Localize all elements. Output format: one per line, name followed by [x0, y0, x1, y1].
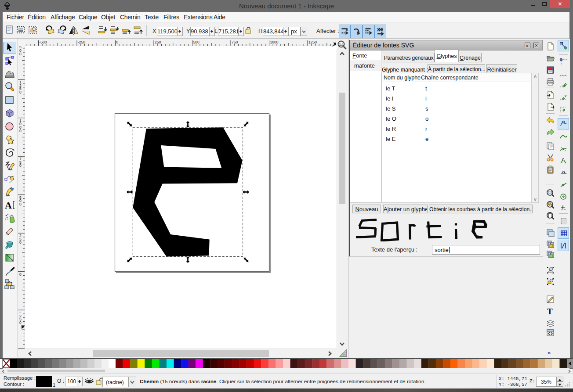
svg-text:0: 0 — [19, 52, 22, 56]
svg-text:0: 0 — [19, 90, 22, 94]
svg-text:-250: -250 — [78, 40, 85, 44]
svg-text:0: 0 — [116, 40, 119, 44]
svg-text:0: 0 — [19, 129, 22, 133]
svg-text:T: T — [547, 307, 553, 316]
svg-text:250: 250 — [155, 40, 161, 44]
svg-text:0: 0 — [19, 163, 22, 168]
svg-text:500: 500 — [193, 40, 199, 44]
svg-text:-500: -500 — [40, 40, 47, 44]
svg-text:1250: 1250 — [308, 40, 317, 44]
svg-text:0: 0 — [19, 272, 22, 277]
svg-text:1:1: 1:1 — [339, 43, 344, 47]
svg-text:1000: 1000 — [270, 40, 279, 44]
svg-text:A: A — [5, 200, 12, 211]
svg-text:0: 0 — [19, 202, 22, 206]
svg-text:750: 750 — [232, 40, 238, 44]
svg-text:0: 0 — [19, 240, 22, 245]
